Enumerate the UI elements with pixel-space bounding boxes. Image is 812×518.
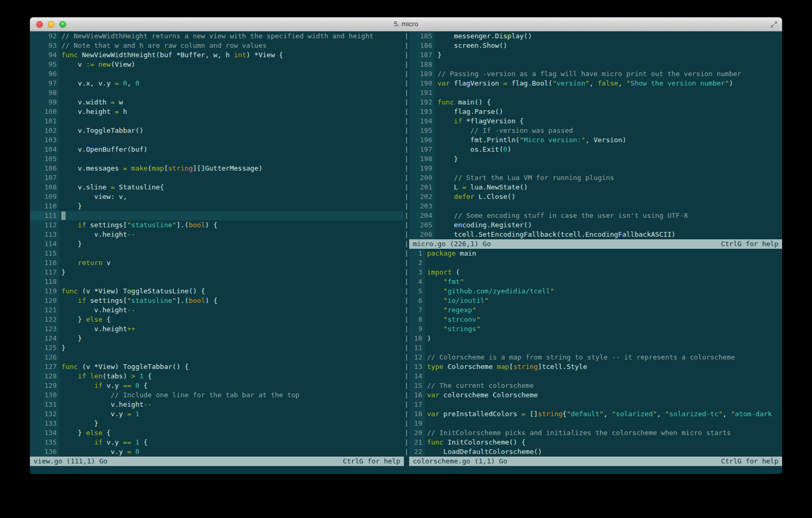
code-line[interactable]: 20// InitColorscheme picks and initializ… (409, 428, 782, 438)
code-line[interactable]: 121 v.height-- (30, 305, 404, 315)
code-line[interactable]: 205 encoding.Register() (409, 220, 782, 230)
code-line[interactable]: 198 } (409, 154, 782, 164)
code-line[interactable]: 114 } (30, 239, 404, 249)
code-line[interactable]: 118 (30, 277, 404, 287)
code-line[interactable]: 13type Colorscheme map[string]tcell.Styl… (409, 362, 782, 372)
code-line[interactable]: 1package main (409, 249, 782, 258)
code-line[interactable]: 195 // If -version was passed (409, 126, 782, 135)
code-area-micro-go[interactable]: 185 messenger.Display()186 screen.Show()… (409, 31, 782, 239)
line-number: 192 (409, 98, 435, 107)
code-line[interactable]: 19 (409, 419, 782, 428)
code-line[interactable]: 206 tcell.SetEncodingFallback(tcell.Enco… (409, 230, 782, 239)
code-line[interactable]: 115 (30, 249, 404, 258)
code-line[interactable]: 123 v.height++ (30, 324, 404, 334)
code-line[interactable]: 97 v.x, v.y = 0, 0 (30, 79, 404, 88)
code-line[interactable]: 14 (409, 372, 782, 381)
code-line[interactable]: 113 v.height-- (30, 230, 404, 239)
code-line[interactable]: 116 return v (30, 258, 404, 268)
code-line[interactable]: 101 (30, 117, 404, 126)
vertical-split-divider: | (404, 50, 409, 60)
code-line[interactable]: 95 v := new(View) (30, 60, 404, 69)
code-line[interactable]: 130 // Include one line for the tab bar … (30, 390, 404, 400)
code-line[interactable]: 119func (v *View) ToggleStatusLine() { (30, 287, 404, 296)
code-line[interactable]: 105 (30, 154, 404, 164)
code-line[interactable]: 125} (30, 343, 404, 353)
code-area-colorscheme-go[interactable]: 1package main23import (4 "fmt"5 "github.… (409, 249, 782, 457)
code-line[interactable]: 93// Note that w and h are raw column an… (30, 41, 404, 50)
code-line[interactable]: 17 (409, 400, 782, 409)
code-line[interactable]: 104 v.OpenBuffer(buf) (30, 145, 404, 154)
code-line[interactable]: 109 view: v, (30, 192, 404, 202)
code-line[interactable]: 107 (30, 173, 404, 183)
line-number: 197 (409, 145, 435, 154)
code-line[interactable]: 133 } (30, 419, 404, 428)
code-line[interactable]: 192func main() { (409, 98, 782, 107)
code-line[interactable]: 128 if len(tabs) > 1 { (30, 372, 404, 381)
code-line[interactable]: 200 // Start the Lua VM for running plug… (409, 173, 782, 183)
code-line[interactable]: 191 (409, 88, 782, 98)
code-line[interactable]: 9 "strings" (409, 324, 782, 334)
code-line[interactable]: 127func (v *View) ToggleTabbar() { (30, 362, 404, 372)
code-line[interactable]: 3import ( (409, 268, 782, 277)
code-line[interactable]: 197 os.Exit(0) (409, 145, 782, 154)
code-text: // Some encoding stuff in case the user … (435, 211, 782, 220)
code-line[interactable]: 8 "strconv" (409, 315, 782, 324)
code-line[interactable]: 134 } else { (30, 428, 404, 438)
code-line[interactable]: 194 if *flagVersion { (409, 117, 782, 126)
code-line[interactable]: 11 (409, 343, 782, 353)
code-line[interactable]: 186 screen.Show() (409, 41, 782, 50)
code-line[interactable]: 188 (409, 60, 782, 69)
code-text: defer L.Close() (435, 192, 782, 202)
code-line[interactable]: 189// Passing -version as a flag will ha… (409, 69, 782, 79)
code-line[interactable]: 4 "fmt" (409, 277, 782, 287)
code-line[interactable]: 193 flag.Parse() (409, 107, 782, 117)
code-line[interactable]: 12// Colorscheme is a map from string to… (409, 353, 782, 362)
code-line[interactable]: 122 } else { (30, 315, 404, 324)
code-line[interactable]: 22 LoadDefaultColorscheme() (409, 447, 782, 457)
code-line[interactable]: 21func InitColorscheme() { (409, 438, 782, 447)
code-line[interactable]: 129 if v.y == 0 { (30, 381, 404, 390)
code-line[interactable]: 201 L = lua.NewState() (409, 183, 782, 192)
code-line[interactable]: 112 if settings["statusline"].(bool) { (30, 220, 404, 230)
code-line[interactable]: 15// The current colorscheme (409, 381, 782, 390)
code-line[interactable]: 199 (409, 164, 782, 173)
code-line[interactable]: 6 "io/ioutil" (409, 296, 782, 305)
code-line[interactable]: 18var preInstalledColors = []string{"def… (409, 409, 782, 419)
code-line[interactable]: 202 defer L.Close() (409, 192, 782, 202)
code-line[interactable]: 94func NewViewWidthHeight(buf *Buffer, w… (30, 50, 404, 60)
code-line[interactable]: 100 v.height = h (30, 107, 404, 117)
code-line[interactable]: 7 "regexp" (409, 305, 782, 315)
code-line[interactable]: 92// NewViewWidthHeight returns a new vi… (30, 31, 404, 41)
resize-icon[interactable] (770, 20, 778, 28)
code-line[interactable]: 10) (409, 334, 782, 343)
code-line[interactable]: 120 if settings["statusline"].(bool) { (30, 296, 404, 305)
code-line[interactable]: 126 (30, 353, 404, 362)
code-line[interactable]: 124 } (30, 334, 404, 343)
code-line[interactable]: 102 v.ToggleTabbar() (30, 126, 404, 135)
code-line[interactable]: 136 v.y = 0 (30, 447, 404, 457)
code-line[interactable]: 16var colorscheme Colorscheme (409, 390, 782, 400)
code-line[interactable]: 196 fmt.Println("Micro version:", Versio… (409, 135, 782, 145)
code-line[interactable]: 108 v.sline = Statusline{ (30, 183, 404, 192)
code-line[interactable]: 204 // Some encoding stuff in case the u… (409, 211, 782, 220)
code-line[interactable]: 111 (30, 211, 404, 220)
code-line[interactable]: 98 (30, 88, 404, 98)
code-line[interactable]: 117} (30, 268, 404, 277)
code-line[interactable]: 106 v.messages = make(map[string][]Gutte… (30, 164, 404, 173)
code-line[interactable]: 132 v.y = 1 (30, 409, 404, 419)
code-area-view-go[interactable]: 92// NewViewWidthHeight returns a new vi… (30, 31, 404, 457)
code-line[interactable]: 5 "github.com/zyedidia/tcell" (409, 287, 782, 296)
title-bar[interactable]: 5. micro (30, 17, 782, 31)
code-line[interactable]: 131 v.height-- (30, 400, 404, 409)
code-line[interactable]: 103 (30, 135, 404, 145)
code-line[interactable]: 135 if v.y == 1 { (30, 438, 404, 447)
code-line[interactable]: 190var flagVersion = flag.Bool("version"… (409, 79, 782, 88)
vertical-split-divider: | (404, 296, 409, 305)
code-line[interactable]: 187} (409, 50, 782, 60)
code-line[interactable]: 110 } (30, 202, 404, 211)
code-line[interactable]: 203 (409, 202, 782, 211)
code-line[interactable]: 2 (409, 258, 782, 268)
code-line[interactable]: 96 (30, 69, 404, 79)
code-line[interactable]: 185 messenger.Display() (409, 31, 782, 41)
code-line[interactable]: 99 v.width = w (30, 98, 404, 107)
